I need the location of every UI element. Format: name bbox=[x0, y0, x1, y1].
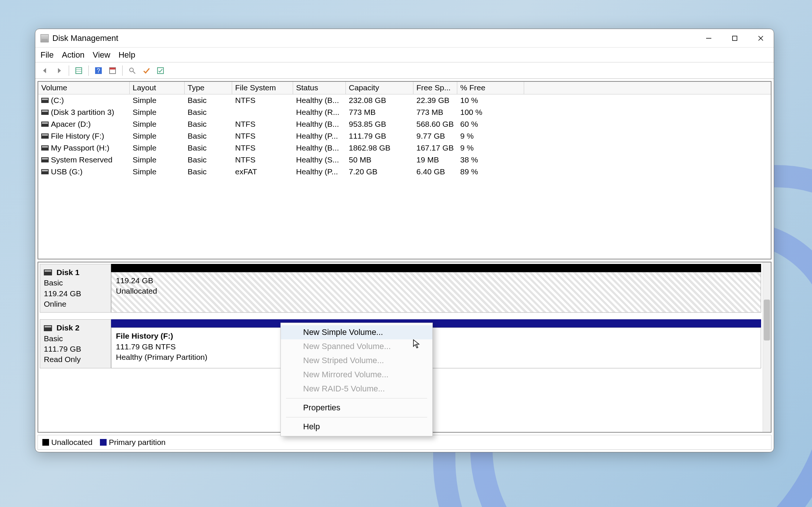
table-cell: Healthy (S... bbox=[293, 154, 346, 166]
partition-title: File History (F:) bbox=[116, 331, 756, 341]
svg-rect-1 bbox=[733, 36, 737, 41]
toolbar-check-icon[interactable] bbox=[140, 65, 152, 77]
table-cell: Apacer (D:) bbox=[38, 118, 130, 130]
svg-line-12 bbox=[133, 71, 135, 74]
col-free-space[interactable]: Free Sp... bbox=[413, 82, 457, 94]
scrollbar-thumb[interactable] bbox=[764, 300, 770, 340]
svg-text:?: ? bbox=[97, 68, 100, 74]
table-cell: 773 MB bbox=[413, 106, 457, 118]
menu-item-new-raid5-volume: New RAID-5 Volume... bbox=[281, 382, 432, 396]
table-cell: Simple bbox=[130, 118, 185, 130]
titlebar[interactable]: Disk Management bbox=[35, 29, 774, 48]
toolbar-view-icon[interactable] bbox=[107, 65, 118, 77]
table-cell: Basic bbox=[185, 118, 232, 130]
table-cell: 19 MB bbox=[413, 154, 457, 166]
toolbar-properties-icon[interactable] bbox=[155, 65, 166, 77]
col-status[interactable]: Status bbox=[293, 82, 346, 94]
disk-info-panel[interactable]: Disk 2 Basic 111.79 GB Read Only bbox=[40, 319, 111, 368]
menu-item-new-spanned-volume: New Spanned Volume... bbox=[281, 339, 432, 353]
legend-primary: Primary partition bbox=[100, 438, 166, 447]
menu-item-properties[interactable]: Properties bbox=[281, 401, 432, 415]
table-row[interactable]: File History (F:)SimpleBasicNTFSHealthy … bbox=[38, 130, 771, 142]
table-cell: Simple bbox=[130, 94, 185, 106]
table-cell: Healthy (P... bbox=[293, 130, 346, 142]
disk-type: Basic bbox=[44, 278, 107, 288]
partition-primary[interactable]: File History (F:) 111.79 GB NTFS Healthy… bbox=[111, 327, 761, 368]
table-cell: exFAT bbox=[232, 166, 293, 178]
table-cell: 6.40 GB bbox=[413, 166, 457, 178]
volume-icon bbox=[41, 145, 49, 151]
col-percent-free[interactable]: % Free bbox=[457, 82, 524, 94]
toolbar-search-icon[interactable] bbox=[126, 65, 138, 77]
table-row[interactable]: (C:)SimpleBasicNTFSHealthy (B...232.08 G… bbox=[38, 94, 771, 106]
back-button[interactable] bbox=[39, 65, 51, 77]
menu-help[interactable]: Help bbox=[118, 50, 135, 60]
col-volume[interactable]: Volume bbox=[38, 82, 130, 94]
table-cell: 89 % bbox=[457, 166, 524, 178]
table-cell: NTFS bbox=[232, 142, 293, 154]
table-cell: NTFS bbox=[232, 130, 293, 142]
table-cell: 50 MB bbox=[346, 154, 413, 166]
forward-button[interactable] bbox=[53, 65, 65, 77]
svg-rect-10 bbox=[110, 68, 116, 70]
table-cell: Healthy (R... bbox=[293, 106, 346, 118]
table-row[interactable]: USB (G:)SimpleBasicexFATHealthy (P...7.2… bbox=[38, 166, 771, 178]
col-filesystem[interactable]: File System bbox=[232, 82, 293, 94]
col-capacity[interactable]: Capacity bbox=[346, 82, 413, 94]
table-cell: 9 % bbox=[457, 130, 524, 142]
table-row[interactable]: Apacer (D:)SimpleBasicNTFSHealthy (B...9… bbox=[38, 118, 771, 130]
partition-sub: 111.79 GB NTFS bbox=[116, 342, 756, 352]
table-cell: 7.20 GB bbox=[346, 166, 413, 178]
col-layout[interactable]: Layout bbox=[130, 82, 185, 94]
table-row[interactable]: System ReservedSimpleBasicNTFSHealthy (S… bbox=[38, 154, 771, 166]
table-cell: Simple bbox=[130, 142, 185, 154]
table-cell: Healthy (B... bbox=[293, 118, 346, 130]
table-cell: Healthy (B... bbox=[293, 94, 346, 106]
context-menu: New Simple Volume... New Spanned Volume.… bbox=[280, 323, 433, 436]
table-cell: NTFS bbox=[232, 154, 293, 166]
table-cell: USB (G:) bbox=[38, 166, 130, 178]
maximize-button[interactable] bbox=[722, 29, 748, 47]
table-cell: 100 % bbox=[457, 106, 524, 118]
table-cell: My Passport (H:) bbox=[38, 142, 130, 154]
menu-item-help[interactable]: Help bbox=[281, 420, 432, 434]
help-icon[interactable]: ? bbox=[92, 65, 104, 77]
window-title: Disk Management bbox=[52, 33, 696, 43]
table-cell: (Disk 3 partition 3) bbox=[38, 106, 130, 118]
table-row[interactable]: (Disk 3 partition 3)SimpleBasicHealthy (… bbox=[38, 106, 771, 118]
table-cell: (C:) bbox=[38, 94, 130, 106]
partition-unallocated[interactable]: 119.24 GB Unallocated bbox=[111, 272, 761, 313]
table-cell: Basic bbox=[185, 94, 232, 106]
table-cell: Basic bbox=[185, 142, 232, 154]
minimize-button[interactable] bbox=[696, 29, 722, 47]
table-cell: Simple bbox=[130, 106, 185, 118]
disk-icon bbox=[44, 325, 52, 331]
table-cell: 1862.98 GB bbox=[346, 142, 413, 154]
col-type[interactable]: Type bbox=[185, 82, 232, 94]
disk-row[interactable]: Disk 1 Basic 119.24 GB Online 119.24 GB … bbox=[40, 264, 761, 318]
svg-rect-13 bbox=[157, 68, 163, 74]
volume-icon bbox=[41, 133, 49, 139]
table-cell: NTFS bbox=[232, 118, 293, 130]
table-cell: 232.08 GB bbox=[346, 94, 413, 106]
table-cell: Simple bbox=[130, 166, 185, 178]
volume-icon bbox=[41, 122, 49, 127]
table-cell: Basic bbox=[185, 154, 232, 166]
table-row[interactable]: My Passport (H:)SimpleBasicNTFSHealthy (… bbox=[38, 142, 771, 154]
volume-list[interactable]: Volume Layout Type File System Status Ca… bbox=[38, 81, 772, 259]
menu-action[interactable]: Action bbox=[62, 50, 84, 60]
menu-item-new-simple-volume[interactable]: New Simple Volume... bbox=[281, 325, 432, 339]
partition-status: Healthy (Primary Partition) bbox=[116, 352, 756, 362]
toolbar-list-icon[interactable] bbox=[73, 65, 85, 77]
close-button[interactable] bbox=[748, 29, 774, 47]
disk-info-panel[interactable]: Disk 1 Basic 119.24 GB Online bbox=[40, 264, 111, 313]
menu-file[interactable]: File bbox=[40, 50, 53, 60]
disk-name: Disk 1 bbox=[56, 267, 79, 278]
menu-view[interactable]: View bbox=[93, 50, 110, 60]
table-cell: 38 % bbox=[457, 154, 524, 166]
volume-list-body: (C:)SimpleBasicNTFSHealthy (B...232.08 G… bbox=[38, 94, 771, 178]
volume-icon bbox=[41, 110, 49, 115]
vertical-scrollbar[interactable] bbox=[763, 262, 771, 432]
volume-icon bbox=[41, 169, 49, 174]
table-cell: Simple bbox=[130, 130, 185, 142]
